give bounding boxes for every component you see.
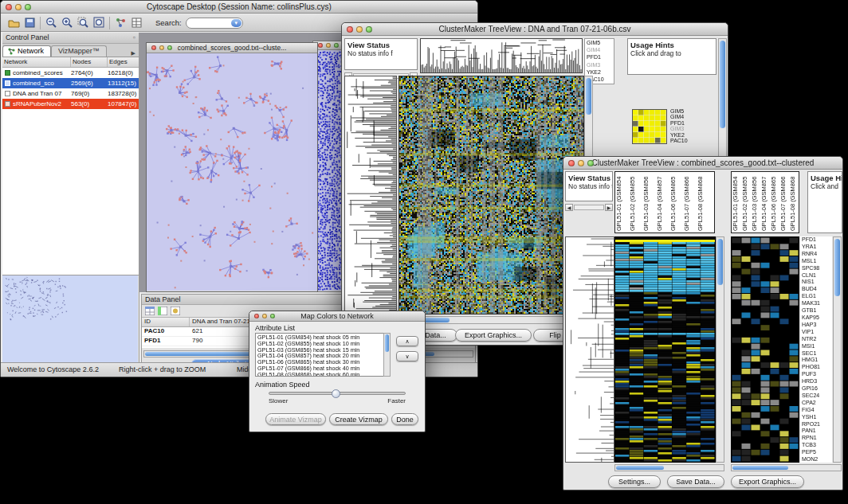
gene-label[interactable]: RNR4 <box>802 251 832 258</box>
gene-label[interactable]: NIS1 <box>802 279 832 286</box>
network-graph-canvas[interactable] <box>147 53 317 291</box>
attribute-list[interactable]: GPL51-01 (GSM854) heat shock 05 minGPL51… <box>255 333 391 377</box>
gene-label[interactable]: RPO21 <box>802 421 832 428</box>
row-dendrogram[interactable] <box>344 76 397 315</box>
column-header-label[interactable]: GPL51-04 (GSM857 <box>760 172 770 232</box>
minimize-button[interactable] <box>15 4 22 10</box>
close-button[interactable] <box>347 26 353 33</box>
animation-speed-slider[interactable] <box>269 392 406 395</box>
minimize-button[interactable] <box>159 45 164 50</box>
export-graphics-button[interactable]: Export Graphics... <box>731 475 804 488</box>
heatmap-v-scrollbar[interactable] <box>716 236 724 463</box>
close-button[interactable] <box>318 43 323 48</box>
gene-label[interactable]: RPN1 <box>802 435 832 442</box>
minimize-button[interactable] <box>326 43 331 48</box>
tab-vizmapper[interactable]: VizMapper™ <box>51 45 107 57</box>
network-overview[interactable] <box>2 275 139 364</box>
gene-label[interactable]: BUD4 <box>802 286 832 293</box>
network-tree-row[interactable]: combined_sco 2569(6) 13112(15) <box>2 78 139 88</box>
gene-label[interactable]: PFD1 <box>587 53 614 61</box>
treeview2-title-bar[interactable]: ClusterMaker TreeView : combined_scores_… <box>563 157 842 170</box>
zoom-button[interactable] <box>334 43 339 48</box>
column-header-label[interactable]: GPL51-01 (GSM854 <box>732 172 741 232</box>
gene-label[interactable]: GTB1 <box>802 307 832 315</box>
close-button[interactable] <box>151 45 156 50</box>
attribute-item[interactable]: GPL51-04 (GSM857) heat shock 20 min <box>257 353 388 359</box>
move-down-button[interactable]: ∨ <box>396 351 418 361</box>
zoom-out-icon[interactable] <box>43 16 59 30</box>
gene-label[interactable]: NTR2 <box>802 336 832 343</box>
zoom-button[interactable] <box>167 45 172 50</box>
gene-label[interactable]: CLN1 <box>802 272 832 279</box>
import-table-icon[interactable] <box>171 304 180 318</box>
scroll-left-icon[interactable]: ◀ <box>565 204 573 211</box>
search-dropdown-icon[interactable]: ▼ <box>231 19 241 27</box>
heatmap[interactable] <box>398 76 584 315</box>
network-tree-row[interactable]: combined_scores 2764(0) 16218(0) <box>2 68 139 78</box>
minimize-button[interactable] <box>578 160 584 166</box>
network-tree-row[interactable]: sRNAPuberNov2 563(0) 107847(0) <box>2 99 139 109</box>
zoom-h-scrollbar[interactable] <box>731 464 842 471</box>
gene-label[interactable]: PUF3 <box>802 371 832 378</box>
heatmap[interactable] <box>614 236 716 463</box>
column-header-label[interactable]: GPL51-03 (GSM856 <box>751 172 760 232</box>
treeview2-nav-controls[interactable]: ◀▶ <box>565 203 613 211</box>
gene-label[interactable]: VIP1 <box>802 329 832 336</box>
slider-knob[interactable] <box>332 389 340 398</box>
column-header-label[interactable]: GPL51-07 (GSM866 <box>683 172 697 232</box>
done-button[interactable]: Done <box>391 413 418 425</box>
correlation-matrix[interactable] <box>632 109 667 144</box>
gene-label[interactable]: MAK31 <box>802 300 832 307</box>
close-button[interactable] <box>568 160 575 166</box>
export-graphics-button[interactable]: Export Graphics... <box>455 329 532 342</box>
column-header-label[interactable]: GPL51-03 (GSM856 <box>642 172 656 232</box>
gene-label[interactable]: MSI1 <box>802 343 832 350</box>
search-input[interactable]: ▼ <box>186 18 243 29</box>
gene-label[interactable]: GIM3 <box>587 61 614 68</box>
zoom-button[interactable] <box>587 160 594 166</box>
annotation-icon[interactable] <box>112 16 128 30</box>
gene-label[interactable]: SEC1 <box>802 350 832 357</box>
minimize-button[interactable] <box>262 314 267 318</box>
attribute-item[interactable]: GPL51-02 (GSM855) heat shock 10 min <box>257 341 388 347</box>
column-header-label[interactable]: GPL51-02 (GSM855 <box>629 172 642 232</box>
attribute-item[interactable]: GPL51-07 (GSM866) heat shock 40 min <box>257 365 388 372</box>
attribute-list-scrollbar[interactable] <box>383 333 391 377</box>
network-view-title-bar[interactable]: combined_scores_good.txt--cluste... <box>147 43 317 53</box>
column-header-label[interactable]: GPL51-01 (GSM854 <box>615 172 629 232</box>
map-colors-title-bar[interactable]: Map Colors to Network <box>249 311 425 322</box>
tab-overflow-arrow[interactable]: ▶ <box>128 50 139 57</box>
gene-label[interactable]: HRD3 <box>802 378 832 385</box>
settings-button[interactable]: Settings... <box>608 475 661 488</box>
gene-label[interactable]: GIM5 <box>587 39 614 46</box>
network-tree-row[interactable]: DNA and Tran 07 769(0) 183728(0) <box>2 88 139 99</box>
scroll-right-icon[interactable]: ▶ <box>605 204 613 211</box>
gene-label[interactable]: YRA1 <box>802 244 832 251</box>
create-vizmap-button[interactable]: Create Vizmap <box>329 413 388 425</box>
gene-label[interactable]: TCB3 <box>802 442 832 449</box>
treeview1-title-bar[interactable]: ClusterMaker TreeView : DNA and Tran 07-… <box>342 23 728 36</box>
close-button[interactable] <box>6 4 12 10</box>
treeview1-right-scrollbar[interactable] <box>718 38 727 166</box>
zoom-in-icon[interactable] <box>59 16 75 30</box>
select-attributes-icon[interactable] <box>158 304 167 318</box>
main-title-bar[interactable]: Cytoscape Desktop (Session Name: collins… <box>1 1 477 14</box>
zoom-button[interactable] <box>270 314 275 318</box>
gene-list-scrollbar[interactable] <box>833 236 842 463</box>
column-header-label[interactable]: GPL51-02 (GSM855 <box>741 172 751 232</box>
move-up-button[interactable]: ∧ <box>396 336 418 346</box>
gene-label[interactable]: MON2 <box>802 456 832 463</box>
gene-label[interactable]: KAP95 <box>802 315 832 322</box>
zoom-selected-icon[interactable] <box>75 16 91 30</box>
column-header-label[interactable]: GPL51-08 (GSM868 <box>697 172 710 232</box>
heatmap-h-scrollbar[interactable] <box>614 464 724 471</box>
zoom-button[interactable] <box>25 4 31 10</box>
gene-label[interactable]: PEP5 <box>802 449 832 456</box>
gene-label[interactable]: YKE2 <box>587 68 614 76</box>
open-session-icon[interactable] <box>6 16 22 30</box>
gene-label[interactable]: PFD1 <box>802 236 832 244</box>
table-icon[interactable] <box>145 304 155 318</box>
gene-label[interactable]: PHO81 <box>802 364 832 371</box>
column-header-label[interactable]: GPL51-07 (GSM866 <box>779 172 789 232</box>
gene-label[interactable]: FIG4 <box>802 407 832 414</box>
